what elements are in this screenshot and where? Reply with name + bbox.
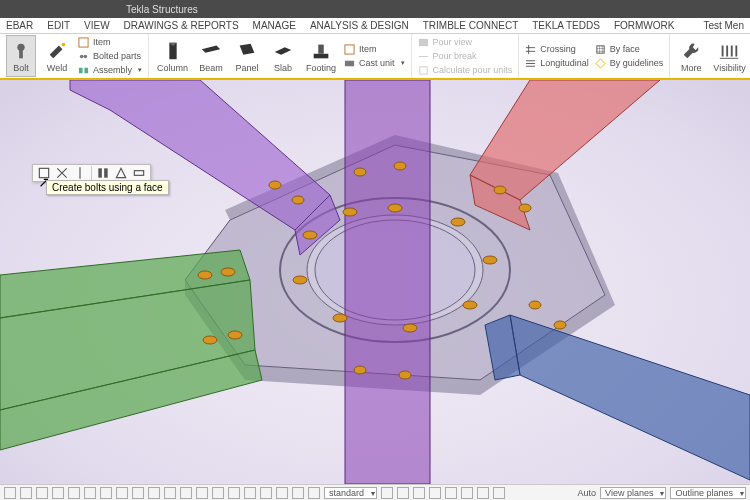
bolt-button[interactable]: Bolt — [6, 35, 36, 77]
tab-edit[interactable]: EDIT — [47, 20, 70, 31]
cast-item-icon — [344, 44, 355, 55]
item-button[interactable]: Item — [78, 36, 142, 48]
snap-standard-dropdown[interactable]: standard — [324, 487, 377, 499]
rebar-stack-1: Crossing Longitudinal — [525, 43, 589, 69]
visibility-button[interactable]: Visibility — [712, 35, 747, 77]
by-guidelines-button[interactable]: By guidelines — [595, 57, 664, 69]
svg-point-44 — [394, 162, 406, 170]
status-icon[interactable] — [429, 487, 441, 499]
status-icon[interactable] — [100, 487, 112, 499]
status-icon[interactable] — [276, 487, 288, 499]
ribbon: Bolt Weld Item Bolted parts Assembly▾ Co… — [0, 34, 750, 80]
slab-icon — [272, 40, 294, 62]
ribbon-group-pour: Pour view Pour break Calculate pour unit… — [412, 34, 520, 78]
by-face-button[interactable]: By face — [595, 43, 664, 55]
status-icon[interactable] — [132, 487, 144, 499]
status-icon[interactable] — [228, 487, 240, 499]
assembly-button[interactable]: Assembly▾ — [78, 64, 142, 76]
status-icon[interactable] — [116, 487, 128, 499]
beam-blue — [485, 315, 750, 480]
pour-break-icon — [418, 51, 429, 62]
status-icon[interactable] — [148, 487, 160, 499]
status-icon[interactable] — [180, 487, 192, 499]
svg-point-43 — [354, 168, 366, 176]
status-icon[interactable] — [212, 487, 224, 499]
status-icon[interactable] — [461, 487, 473, 499]
svg-point-30 — [483, 256, 497, 264]
status-icon[interactable] — [84, 487, 96, 499]
mini-separator — [91, 166, 92, 180]
svg-rect-7 — [84, 67, 88, 73]
visibility-icon — [718, 40, 740, 62]
longitudinal-button[interactable]: Longitudinal — [525, 57, 589, 69]
pour-break-button[interactable]: Pour break — [418, 50, 513, 62]
tab-tedds[interactable]: TEKLA TEDDS — [532, 20, 600, 31]
status-icon[interactable] — [36, 487, 48, 499]
status-icon[interactable] — [260, 487, 272, 499]
status-icon[interactable] — [308, 487, 320, 499]
status-icon[interactable] — [292, 487, 304, 499]
slab-button[interactable]: Slab — [268, 35, 298, 77]
tab-analysis[interactable]: ANALYSIS & DESIGN — [310, 20, 409, 31]
cast-unit-button[interactable]: Cast unit▾ — [344, 57, 405, 69]
status-icon[interactable] — [445, 487, 457, 499]
more-button[interactable]: More — [676, 35, 706, 77]
pour-view-button[interactable]: Pour view — [418, 36, 513, 48]
svg-marker-26 — [510, 315, 750, 480]
status-icon[interactable] — [413, 487, 425, 499]
mini-tool-6[interactable] — [132, 166, 146, 180]
app-title: Tekla Structures — [126, 4, 198, 15]
status-icon[interactable] — [244, 487, 256, 499]
bolt-icon — [10, 40, 32, 62]
status-icon[interactable] — [397, 487, 409, 499]
panel-icon — [236, 40, 258, 62]
mini-tool-4[interactable] — [96, 166, 110, 180]
svg-point-38 — [221, 268, 235, 276]
svg-point-33 — [333, 314, 347, 322]
auto-label[interactable]: Auto — [578, 488, 597, 498]
svg-point-29 — [451, 218, 465, 226]
status-icon[interactable] — [68, 487, 80, 499]
footing-button[interactable]: Footing — [304, 35, 338, 77]
status-icon[interactable] — [196, 487, 208, 499]
tab-view[interactable]: VIEW — [84, 20, 110, 31]
crossing-button[interactable]: Crossing — [525, 43, 589, 55]
calc-pour-button[interactable]: Calculate pour units — [418, 64, 513, 76]
status-icon[interactable] — [164, 487, 176, 499]
calc-pour-icon — [418, 65, 429, 76]
ribbon-group-concrete: Column Beam Panel Slab Footing Item Cast… — [149, 34, 412, 78]
weld-button[interactable]: Weld — [42, 35, 72, 77]
svg-rect-1 — [19, 50, 23, 58]
tab-test-menu[interactable]: Test Men — [703, 20, 744, 31]
column-icon — [162, 40, 184, 62]
tab-formwork[interactable]: FORMWORK — [614, 20, 675, 31]
panel-button[interactable]: Panel — [232, 35, 262, 77]
mini-tool-3[interactable] — [73, 166, 87, 180]
svg-rect-12 — [597, 45, 604, 52]
svg-point-35 — [303, 231, 317, 239]
status-icon[interactable] — [493, 487, 505, 499]
column-button[interactable]: Column — [155, 35, 190, 77]
mini-tool-5[interactable] — [114, 166, 128, 180]
beam-button[interactable]: Beam — [196, 35, 226, 77]
status-icon[interactable] — [4, 487, 16, 499]
view-planes-dropdown[interactable]: View planes — [600, 487, 666, 499]
mini-tool-2[interactable] — [55, 166, 69, 180]
cast-item-button[interactable]: Item — [344, 43, 405, 55]
tab-trimble[interactable]: TRIMBLE CONNECT — [423, 20, 519, 31]
tab-drawings[interactable]: DRAWINGS & REPORTS — [124, 20, 239, 31]
model-viewport[interactable]: Create bolts using a face — [0, 80, 750, 484]
item-icon — [78, 37, 89, 48]
status-icon[interactable] — [20, 487, 32, 499]
svg-marker-24 — [470, 80, 660, 200]
tab-ebar[interactable]: EBAR — [6, 20, 33, 31]
svg-rect-11 — [419, 66, 426, 73]
status-icon[interactable] — [52, 487, 64, 499]
tab-manage[interactable]: MANAGE — [253, 20, 296, 31]
svg-point-47 — [529, 301, 541, 309]
bolted-parts-button[interactable]: Bolted parts — [78, 50, 142, 62]
status-icon[interactable] — [477, 487, 489, 499]
status-icon[interactable] — [381, 487, 393, 499]
outline-planes-dropdown[interactable]: Outline planes — [670, 487, 746, 499]
beam-purple-vertical — [345, 80, 430, 484]
